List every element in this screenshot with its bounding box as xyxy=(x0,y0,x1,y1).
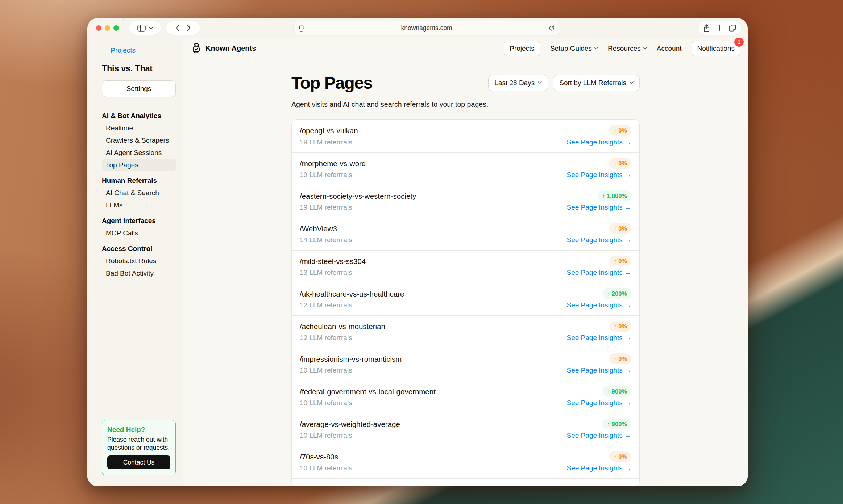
new-tab-icon[interactable] xyxy=(716,25,723,31)
see-page-insights-link[interactable]: See Page Insights → xyxy=(567,432,632,440)
divider xyxy=(183,24,183,32)
page-path: /impressionism-vs-romanticism xyxy=(300,355,402,364)
nav-item-label: Resources xyxy=(608,45,641,52)
change-badge: ↑ 200% xyxy=(603,288,631,299)
nav-item-label: Setup Guides xyxy=(550,45,592,52)
sidebar-toggle-button[interactable] xyxy=(129,21,161,35)
see-page-insights-link[interactable]: See Page Insights → xyxy=(567,334,632,342)
page-row: /morpheme-vs-word↑ 0%19 LLM referrralsSe… xyxy=(292,152,639,185)
see-page-insights-link[interactable]: See Page Insights → xyxy=(567,203,632,211)
change-badge: ↑ 1,800% xyxy=(598,190,631,201)
top-pages-page: Top Pages Last 28 Days Sort by LLM Refer… xyxy=(291,59,640,486)
page-path: /average-vs-weighted-average xyxy=(300,420,400,429)
back-link-label: Projects xyxy=(111,46,136,54)
sidebar-section: Access ControlRobots.txt RulesBad Bot Ac… xyxy=(102,243,176,280)
chevron-down-icon xyxy=(538,81,542,84)
sidebar-item-top-pages[interactable]: Top Pages xyxy=(102,159,176,171)
sidebar-item-ai-agent-sessions[interactable]: AI Agent Sessions xyxy=(102,147,176,159)
sidebar-section: AI & Bot AnalyticsRealtimeCrawlers & Scr… xyxy=(102,110,176,171)
browser-window: knownagents.com xyxy=(87,18,748,486)
page-row: /impressionism-vs-romanticism↑ 0%10 LLM … xyxy=(292,348,639,381)
spacer xyxy=(102,280,176,420)
llm-referrals-count: 10 LLM referrrals xyxy=(300,432,352,440)
notification-badge: 1 xyxy=(734,38,744,47)
nav-item-notifications[interactable]: Notifications1 xyxy=(692,41,741,56)
page-row: /eastern-society-vs-western-society↑ 1,8… xyxy=(292,185,639,218)
address-bar[interactable]: knownagents.com xyxy=(294,21,560,35)
page-row: /uk-healthcare-vs-us-healthcare↑ 200%12 … xyxy=(292,283,639,315)
llm-referrals-count: 14 LLM referrrals xyxy=(300,236,352,244)
share-icon[interactable] xyxy=(703,24,710,32)
llm-referrals-count: 13 LLM referrrals xyxy=(300,269,352,277)
llm-referrals-count: 10 LLM referrrals xyxy=(300,399,352,407)
nav-item-projects[interactable]: Projects xyxy=(504,41,540,56)
change-badge: ↑ 0% xyxy=(609,223,631,234)
page-row: /opengl-vs-vulkan↑ 0%19 LLM referrralsSe… xyxy=(292,120,639,152)
contact-us-button[interactable]: Contact Us xyxy=(107,455,170,469)
sort-dropdown[interactable]: Sort by LLM Referrals xyxy=(553,75,640,91)
sidebar-item-robots-txt-rules[interactable]: Robots.txt Rules xyxy=(102,255,176,267)
change-badge: ↑ 0% xyxy=(609,256,631,266)
toolbar-right-actions xyxy=(698,21,741,35)
sidebar-section-title: AI & Bot Analytics xyxy=(102,110,176,122)
back-arrow-icon: ← xyxy=(102,46,109,54)
nav-item-setup-guides[interactable]: Setup Guides xyxy=(550,45,598,52)
brand[interactable]: Known Agents xyxy=(191,43,256,54)
see-page-insights-link[interactable]: See Page Insights → xyxy=(567,366,632,374)
page-row: /70s-vs-80s↑ 0%10 LLM referrralsSee Page… xyxy=(292,446,639,478)
date-range-dropdown[interactable]: Last 28 Days xyxy=(488,75,548,91)
change-badge: ↑ 0% xyxy=(609,451,631,462)
pages-list: /opengl-vs-vulkan↑ 0%19 LLM referrralsSe… xyxy=(291,119,640,486)
nav-item-account[interactable]: Account xyxy=(657,45,682,52)
see-page-insights-link[interactable]: See Page Insights → xyxy=(567,138,632,146)
back-to-projects-link[interactable]: ← Projects xyxy=(102,46,176,54)
see-page-insights-link[interactable]: See Page Insights → xyxy=(567,399,632,407)
sidebar-section-title: Human Referrals xyxy=(102,175,176,187)
sidebar-section: Agent InterfacesMCP Calls xyxy=(102,215,176,239)
close-window-button[interactable] xyxy=(96,25,101,31)
top-nav: ProjectsSetup GuidesResourcesAccountNoti… xyxy=(504,41,740,56)
settings-button[interactable]: Settings xyxy=(102,80,176,97)
filters: Last 28 Days Sort by LLM Referrals xyxy=(488,75,640,91)
see-page-insights-link[interactable]: See Page Insights → xyxy=(567,301,632,309)
forward-button[interactable] xyxy=(187,25,191,31)
sidebar-item-mcp-calls[interactable]: MCP Calls xyxy=(102,227,176,239)
llm-referrals-count: 10 LLM referrrals xyxy=(300,366,352,374)
see-page-insights-link[interactable]: See Page Insights → xyxy=(567,269,632,277)
llm-referrals-count: 19 LLM referrrals xyxy=(300,203,352,211)
sidebar-section-title: Access Control xyxy=(102,243,176,255)
page-row: /acheulean-vs-mousterian↑ 0%12 LLM refer… xyxy=(292,315,639,348)
chevron-down-icon xyxy=(643,47,647,50)
page-subtitle: Agent visits and AI chat and search refe… xyxy=(291,100,640,109)
page-path: /federal-government-vs-local-government xyxy=(300,387,436,396)
reload-icon[interactable] xyxy=(548,25,555,32)
see-page-insights-link[interactable]: See Page Insights → xyxy=(567,171,632,179)
page-path: /eastern-society-vs-western-society xyxy=(300,192,416,201)
page-path: /acheulean-vs-mousterian xyxy=(300,322,385,331)
llm-referrals-count: 19 LLM referrrals xyxy=(300,171,352,179)
page-path: /WebView3 xyxy=(300,224,337,233)
tab-overview-icon[interactable] xyxy=(729,25,736,32)
see-page-insights-link[interactable]: See Page Insights → xyxy=(567,464,632,472)
llm-referrals-count: 19 LLM referrrals xyxy=(300,138,352,146)
project-title: This vs. That xyxy=(102,64,176,74)
reader-icon[interactable] xyxy=(298,25,306,32)
chevron-down-icon xyxy=(149,27,153,29)
sidebar-item-realtime[interactable]: Realtime xyxy=(102,122,176,134)
help-title: Need Help? xyxy=(107,426,170,434)
minimize-window-button[interactable] xyxy=(105,25,110,31)
nav-item-label: Notifications xyxy=(697,45,735,52)
llm-referrals-count: 10 LLM referrrals xyxy=(300,464,352,472)
see-page-insights-link[interactable]: See Page Insights → xyxy=(567,236,632,244)
page-row-partial xyxy=(292,478,639,486)
sidebar-item-bad-bot-activity[interactable]: Bad Bot Activity xyxy=(102,267,176,280)
sidebar-section-title: Agent Interfaces xyxy=(102,215,176,227)
change-badge: ↑ 900% xyxy=(603,386,631,397)
zoom-window-button[interactable] xyxy=(113,25,119,31)
nav-item-resources[interactable]: Resources xyxy=(608,45,647,52)
sidebar-item-ai-chat-search-llms[interactable]: AI Chat & Search LLMs xyxy=(102,187,176,211)
back-button[interactable] xyxy=(175,25,179,31)
robot-logo-icon xyxy=(191,43,202,54)
sidebar-item-crawlers-scrapers[interactable]: Crawlers & Scrapers xyxy=(102,134,176,147)
page-row: /mild-steel-vs-ss304↑ 0%13 LLM referrral… xyxy=(292,250,639,283)
